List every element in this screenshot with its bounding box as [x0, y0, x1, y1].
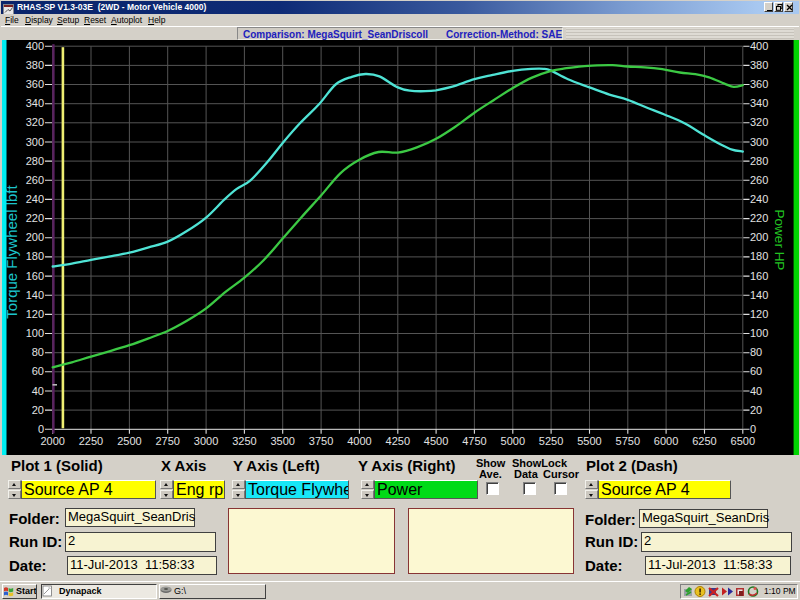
svg-text:60: 60 [32, 365, 44, 377]
svg-text:100: 100 [750, 327, 768, 339]
svg-text:5750: 5750 [616, 435, 640, 447]
svg-text:320: 320 [26, 116, 44, 128]
svg-text:160: 160 [750, 270, 768, 282]
svg-text:300: 300 [26, 136, 44, 148]
svg-text:Power HP: Power HP [772, 210, 787, 271]
svg-text:140: 140 [750, 289, 768, 301]
svg-text:60: 60 [750, 365, 762, 377]
svg-text:6250: 6250 [692, 435, 716, 447]
svg-text:5250: 5250 [539, 435, 563, 447]
svg-text:2250: 2250 [79, 435, 103, 447]
svg-text:340: 340 [26, 97, 44, 109]
svg-text:3500: 3500 [270, 435, 294, 447]
svg-text:400: 400 [750, 40, 768, 52]
svg-text:200: 200 [750, 231, 768, 243]
svg-text:300: 300 [750, 136, 768, 148]
svg-text:280: 280 [750, 155, 768, 167]
svg-text:400: 400 [26, 40, 44, 52]
svg-text:20: 20 [32, 404, 44, 416]
svg-text:120: 120 [26, 308, 44, 320]
svg-text:40: 40 [750, 385, 762, 397]
svg-text:2750: 2750 [155, 435, 179, 447]
svg-text:0: 0 [750, 423, 756, 435]
svg-text:320: 320 [750, 116, 768, 128]
svg-text:380: 380 [26, 59, 44, 71]
svg-text:220: 220 [26, 212, 44, 224]
svg-text:4000: 4000 [347, 435, 371, 447]
svg-text:2500: 2500 [117, 435, 141, 447]
svg-text:260: 260 [750, 174, 768, 186]
svg-text:4500: 4500 [424, 435, 448, 447]
svg-text:80: 80 [32, 346, 44, 358]
svg-text:180: 180 [750, 250, 768, 262]
svg-text:40: 40 [32, 385, 44, 397]
svg-text:340: 340 [750, 97, 768, 109]
svg-text:4750: 4750 [462, 435, 486, 447]
svg-text:160: 160 [26, 270, 44, 282]
svg-text:3250: 3250 [232, 435, 256, 447]
svg-text:0: 0 [38, 423, 44, 435]
svg-text:380: 380 [750, 59, 768, 71]
svg-text:360: 360 [750, 78, 768, 90]
svg-text:240: 240 [750, 193, 768, 205]
svg-text:3750: 3750 [309, 435, 333, 447]
svg-text:180: 180 [26, 250, 44, 262]
svg-text:280: 280 [26, 155, 44, 167]
svg-text:6500: 6500 [731, 435, 755, 447]
svg-text:120: 120 [750, 308, 768, 320]
svg-text:200: 200 [26, 231, 44, 243]
svg-text:260: 260 [26, 174, 44, 186]
svg-text:240: 240 [26, 193, 44, 205]
svg-text:360: 360 [26, 78, 44, 90]
svg-text:3000: 3000 [194, 435, 218, 447]
svg-text:140: 140 [26, 289, 44, 301]
svg-text:2000: 2000 [40, 435, 64, 447]
svg-text:4250: 4250 [386, 435, 410, 447]
svg-text:5000: 5000 [501, 435, 525, 447]
svg-text:220: 220 [750, 212, 768, 224]
svg-text:20: 20 [750, 404, 762, 416]
svg-text:5500: 5500 [577, 435, 601, 447]
svg-text:6000: 6000 [654, 435, 678, 447]
svg-text:100: 100 [26, 327, 44, 339]
svg-text:80: 80 [750, 346, 762, 358]
